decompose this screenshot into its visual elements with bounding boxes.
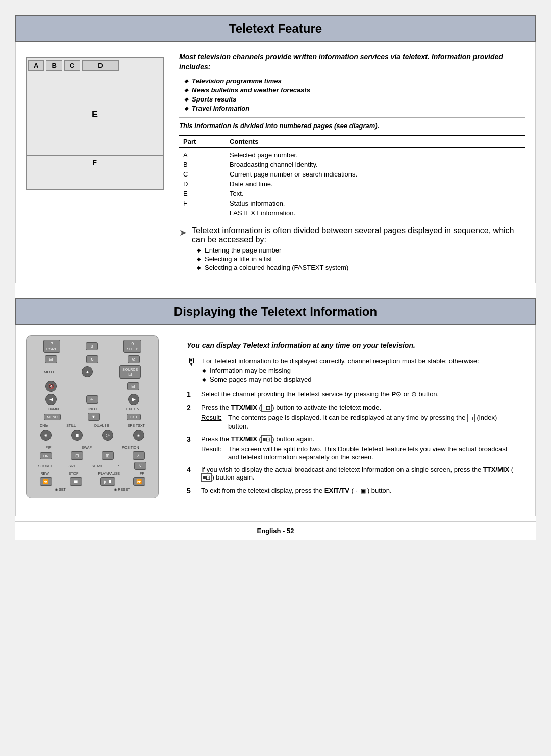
footer-text: English - 52 [257, 527, 294, 535]
remote-btn-0: 0 [86, 355, 98, 363]
intro-text: Most television channels provide written… [179, 52, 525, 72]
table-row: A Selected page number. [179, 150, 525, 160]
remote-row-icons: ◉ ⏹ ◎ ◈ [31, 430, 154, 441]
remote-dnie-label: DNIe [40, 424, 48, 427]
remote-row-pip-btns: ON ⊡ ⊞ ∧ [31, 451, 154, 460]
content-d: Date and time. [226, 179, 525, 189]
bullet-item-3: Sports results [184, 95, 525, 103]
part-a: A [179, 150, 226, 160]
remote-btn-stop: ⏹ [70, 477, 82, 486]
step-2-result-text: The contents page is displayed. It can b… [228, 414, 517, 430]
remote-panel: 7P.SIZE 8 9SLEEP ⊞ 0 ⊙ MUTE ▲ SOURCE⊡ [26, 335, 169, 505]
content-e: Text. [226, 189, 525, 198]
remote-btn-left: ◀ [45, 394, 57, 405]
part-c: C [179, 169, 226, 179]
content-f: Status information. [226, 198, 525, 208]
step-4-body: If you wish to display the actual broadc… [201, 466, 517, 482]
step-1-body: Select the channel providing the Teletex… [201, 390, 517, 398]
remote-btn-8: 8 [86, 342, 98, 350]
remote-srs-label: SRS TSXT [128, 424, 145, 427]
remote-btn-up: ▲ [82, 366, 93, 377]
content-a: Selected page number. [226, 150, 525, 160]
table-row: B Broadcasting channel identity. [179, 160, 525, 169]
remote-btn-9: 9SLEEP [123, 340, 141, 353]
teletext-diagram: A B C D E F [26, 57, 164, 190]
display-intro: You can display Teletext information at … [187, 340, 517, 351]
remote-play-label: PLAY/PAUSE [98, 472, 120, 475]
remote-swap-label: SWAP [82, 446, 92, 449]
step-1-circle2: ⊙ [411, 390, 417, 398]
section2-content: 7P.SIZE 8 9SLEEP ⊞ 0 ⊙ MUTE ▲ SOURCE⊡ [15, 325, 536, 516]
step-5-badge: ←▣ [354, 487, 367, 495]
remote-btn-swap: ⊡ [71, 451, 83, 460]
table-row: F Status information. [179, 198, 525, 208]
remote-btn-srs-icon: ◈ [133, 430, 144, 441]
step-3-num: 3 [187, 435, 195, 443]
notice-bullet-2: Some pages may not be displayed [202, 375, 479, 383]
step-3-ttx: TTX/MIX [231, 435, 257, 443]
table-row: C Current page number or search indicati… [179, 169, 525, 179]
remote-btn-chdown: ∨ [134, 462, 146, 470]
remote-position-label: POSITION [122, 446, 139, 449]
teletext-note-body: Teletext information is often divided be… [192, 226, 525, 272]
remote-stop-label: STOP [69, 472, 79, 475]
diagram-tab-a: A [28, 60, 44, 71]
step-4-ttx: TTX/MIX [483, 466, 509, 473]
content-c: Current page number or search indication… [226, 169, 525, 179]
section2-title: Displaying the Teletext Information [27, 305, 524, 319]
section2-header: Displaying the Teletext Information [15, 298, 536, 325]
step-3-result-label: Result: [201, 445, 224, 461]
remote-btn-ff: ⏩ [133, 477, 145, 486]
step-5-exit: EXIT/TV [324, 487, 349, 494]
teletext-note: ➤ Teletext information is often divided … [179, 226, 525, 272]
part-e: E [179, 189, 226, 198]
remote-reset-label: ◉ RESET [114, 488, 130, 492]
step-1: 1 Select the channel providing the Telet… [187, 390, 517, 398]
remote-row-3: MUTE ▲ SOURCE⊡ [31, 365, 154, 379]
step-2-badge: ≡⊡ [261, 404, 272, 412]
diagram-main: E [27, 73, 163, 155]
remote-row-labels: DNIe STILL DUAL I-II SRS TSXT [31, 424, 154, 427]
step-2-index-badge: ≡i [467, 414, 475, 422]
remote-scan-label: SCAN [92, 464, 102, 468]
diagram-tab-d: D [82, 60, 118, 71]
remote-btn-rew: ⏪ [40, 477, 52, 486]
page: Teletext Feature A B C D E F Most [15, 15, 536, 540]
remote-btn-cc: ⊞ [45, 355, 57, 363]
remote-btn-pip: ON [40, 452, 52, 459]
step-1-num: 1 [187, 390, 195, 398]
remote-btn-source: SOURCE⊡ [119, 365, 141, 379]
section1-content: A B C D E F Most television channels pro… [15, 42, 536, 283]
page-footer: English - 52 [15, 521, 536, 540]
step-5: 5 To exit from the teletext display, pre… [187, 487, 517, 495]
remote-row-source-labels: SOURCE SIZE SCAN P ∨ [31, 462, 154, 470]
step-2-result-label: Result: [201, 414, 224, 430]
remote-dual-label: DUAL I-II [94, 424, 109, 427]
step-3-result: Result: The screen will be split into tw… [201, 445, 517, 461]
remote-mute-label: MUTE [44, 370, 56, 374]
diagram-tab-c: C [64, 60, 80, 71]
remote-btn-dnie-icon: ◉ [40, 430, 52, 441]
teletext-diagram-panel: A B C D E F [26, 52, 169, 272]
step-2: 2 Press the TTX/MIX (≡⊡) button to activ… [187, 404, 517, 430]
step-3-result-text: The screen will be split into two. This … [228, 445, 517, 461]
parts-table: Part Contents A Selected page number. B … [179, 135, 525, 220]
remote-rew-label: REW [40, 472, 48, 475]
teletext-note-text: Teletext information is often divided be… [192, 226, 525, 244]
step-3-badge: ≡⊡ [261, 435, 272, 443]
col2-header: Contents [226, 135, 525, 148]
remote-btn-right: ▶ [128, 394, 139, 405]
steps-list: 1 Select the channel providing the Telet… [187, 390, 517, 495]
col1-header: Part [179, 135, 226, 148]
remote-btn-dots: ⊙ [128, 355, 140, 363]
part-empty [179, 208, 226, 218]
bullet-item-1: Television programme times [184, 77, 525, 85]
step-2-num: 2 [187, 404, 195, 412]
remote-info-label: INFO [88, 407, 97, 411]
bullet-item-4: Travel information [184, 105, 525, 112]
remote-btn-chup: ∧ [133, 451, 145, 460]
remote-set-label: ◉ SET [55, 488, 66, 492]
remote-pip-label: PIP [45, 446, 51, 449]
remote-btn-menu: MENU [44, 414, 61, 420]
diagram-label-e: E [92, 109, 98, 120]
